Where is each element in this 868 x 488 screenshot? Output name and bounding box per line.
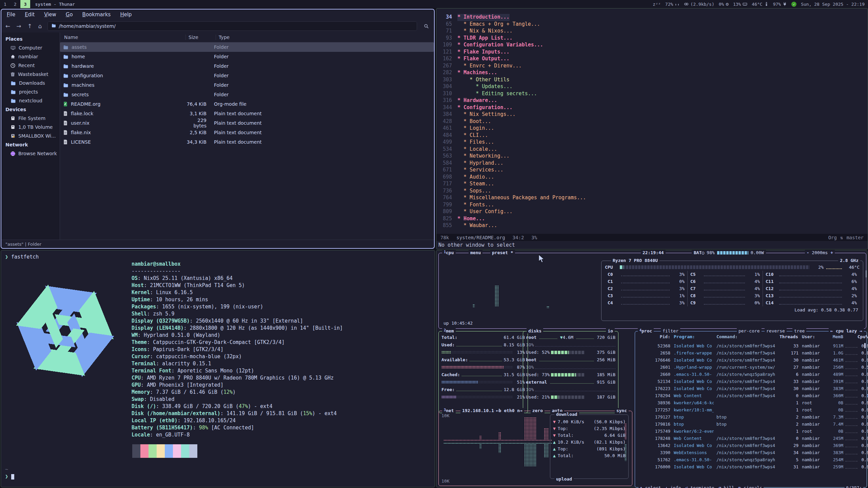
status-module-3[interactable]: 0%⚙ (719, 1, 729, 7)
process-row[interactable]: 176646Isolated Web Co/nix/store/sm8fmrf3… (638, 357, 864, 364)
tab-mem[interactable]: 2mem (442, 328, 456, 333)
header-user[interactable]: User: (802, 334, 828, 339)
menu-button[interactable]: menu (469, 250, 482, 255)
search-button[interactable] (422, 24, 430, 29)
column-header-name[interactable]: Name (60, 35, 185, 40)
workspace-button-2[interactable]: 2 (10, 0, 20, 8)
filter-button[interactable]: filter (661, 328, 680, 333)
tab-net[interactable]: 3net (442, 408, 456, 413)
tab-io[interactable]: io (606, 328, 615, 333)
sidebar-item-computer[interactable]: Computer (1, 43, 60, 52)
header-mem[interactable]: MemB (828, 334, 843, 339)
status-module-1[interactable]: 72% (665, 2, 679, 7)
scrollbar-thumb[interactable] (864, 343, 866, 348)
status-module-5[interactable]: 46°C (752, 2, 768, 7)
table-row[interactable]: hardware Folder (60, 61, 434, 71)
footer-action-select[interactable]: ↑ select (640, 485, 661, 488)
process-row[interactable]: 176000Isolated Web Co/nix/store/sm8fmrf3… (638, 463, 864, 470)
footer-action-terminate[interactable]: ⏎ terminate (685, 485, 714, 488)
process-row[interactable]: 52134Isolated Web Co/nix/store/sm8fmrf3w… (638, 378, 864, 385)
net-tab-2[interactable]: zero (531, 408, 545, 413)
process-row[interactable]: 2601.Hyprland-wrapp/run/current-system/s… (638, 364, 864, 371)
process-row[interactable]: 2658.firefox-wrappe/nix/store/sm8fmrf3wp… (638, 349, 864, 357)
status-module-2[interactable]: (2.9kb/s) (684, 2, 714, 7)
table-row[interactable]: flake.nix 2,5 KiB Plain text document (60, 128, 434, 137)
org-buffer[interactable]: 34* Introduction...65 * Emacs + Org + Ta… (436, 8, 868, 234)
process-row[interactable]: 3390WebExtensions/nix/store/sm8fmrf3wps4… (638, 449, 864, 456)
footer-action-info[interactable]: ↓ info (665, 485, 681, 488)
table-row[interactable]: machines Folder (60, 80, 434, 90)
header-program[interactable]: Program: (674, 334, 714, 339)
net-tab-3[interactable]: ←b eth0 n→ (494, 408, 524, 413)
status-module-7[interactable]: ✓ (791, 2, 796, 7)
sidebar-item-file-system[interactable]: File System (1, 114, 60, 123)
menu-edit[interactable]: Edit (25, 12, 35, 18)
sidebar-item-nextcloud[interactable]: nextcloud (1, 96, 60, 105)
table-row[interactable]: LICENSE 34,3 KiB Plain text document (60, 137, 434, 147)
tab-proc[interactable]: 4proc (638, 328, 654, 333)
option-tree[interactable]: tree (792, 328, 806, 333)
header-threads[interactable]: Threads: (780, 334, 798, 339)
preset-button[interactable]: preset * (490, 250, 515, 255)
process-row[interactable]: 13642Isolated Web Co/nix/store/sm8fmrf3w… (638, 442, 864, 449)
header-cpu[interactable]: Cpu% ↑ (857, 334, 868, 339)
footer-action-signals[interactable]: ⌦ signals (738, 485, 762, 488)
process-row[interactable]: 175749kworker/6:2-even1root0B0.0 (638, 428, 864, 435)
process-row[interactable]: 178248Web Content/nix/store/sm8fmrf3wps4… (638, 435, 864, 442)
process-row[interactable]: 51762.emacs-31.0.50-/nix/store/wnqz5pa8r… (638, 456, 864, 463)
status-module-4[interactable]: 13% (733, 2, 747, 7)
menu-bookmarks[interactable]: Bookmarks (82, 12, 111, 18)
option-per-core[interactable]: per-core (737, 328, 762, 333)
sidebar-item-nambiar[interactable]: nambiar (1, 52, 60, 61)
sidebar-item-browse-network[interactable]: Browse Network (1, 149, 60, 158)
menu-file[interactable]: File (7, 12, 15, 18)
sidebar-item-wastebasket[interactable]: Wastebasket (1, 70, 60, 79)
table-row[interactable]: flake.lock 3,1 KiB Plain text document (60, 109, 434, 118)
table-row[interactable]: secrets Folder (60, 90, 434, 99)
sidebar-item-projects[interactable]: projects (1, 87, 60, 96)
up-button[interactable]: ↑ (27, 23, 32, 29)
table-row[interactable]: user.nix 229 bytes Plain text document (60, 118, 434, 128)
menu-help[interactable]: Help (120, 12, 132, 18)
process-row[interactable]: 38936kworker/u64:6-kc1root0B0.0 (638, 399, 864, 406)
sidebar-item-downloads[interactable]: Downloads (1, 79, 60, 87)
table-row[interactable]: home Folder (60, 52, 434, 61)
tab-disks[interactable]: disks (527, 328, 543, 333)
process-row[interactable]: 176223Isolated Web Co/nix/store/sm8fmrf3… (638, 385, 864, 392)
net-tab-0[interactable]: sync (615, 408, 629, 413)
process-row[interactable]: 2660.emacs-31.0.50-/nix/store/wnqz5pa8ra… (638, 371, 864, 378)
back-button[interactable]: ← (5, 23, 10, 29)
path-bar[interactable]: /home/nambiar/system/ (47, 21, 417, 31)
workspace-button-1[interactable]: 1 (0, 0, 10, 8)
process-row[interactable]: 178294Web Content/nix/store/sm8fmrf3wps4… (638, 392, 864, 399)
terminal-window[interactable]: ❯ fastfetch nambiar@smallbox------------… (1, 250, 435, 487)
table-row[interactable]: README.org 76,4 KiB Org-mode file (60, 99, 434, 109)
status-module-0[interactable]: zᶻᶻ (653, 2, 660, 7)
table-row[interactable]: assets Folder (60, 42, 434, 52)
workspace-button-3[interactable]: 3 (20, 0, 31, 8)
menu-view[interactable]: View (44, 12, 56, 18)
sidebar-item-smallbox-wi-[interactable]: SMALLBOX Wi... (1, 131, 60, 140)
forward-button[interactable]: → (16, 23, 21, 29)
header-pid[interactable]: Pid: (638, 334, 670, 339)
process-row[interactable]: 177257kworker/10:1-mm_1root0B0.0 (638, 406, 864, 413)
footer-action-kill[interactable]: ⌫ kill (718, 485, 734, 488)
mem-entry-label-row: Cached:31.5 GiB (441, 372, 525, 377)
column-header-type[interactable]: Type (216, 35, 434, 40)
option-reverse[interactable]: reverse (765, 328, 787, 333)
header-command[interactable]: Command: (716, 334, 780, 339)
status-module-8[interactable]: Sun, 28 Sep 2025 - 22:19 (801, 2, 865, 7)
menu-go[interactable]: Go (66, 12, 73, 18)
sidebar-item-1-0-tb-volume[interactable]: 1,0 TB Volume (1, 123, 60, 131)
tab-cpu[interactable]: 1cpu (442, 250, 456, 255)
table-row[interactable]: configuration Folder (60, 71, 434, 80)
home-button[interactable]: ⌂ (38, 23, 42, 29)
sidebar-item-recent[interactable]: Recent (1, 61, 60, 70)
process-row[interactable]: 52368Isolated Web Co/nix/store/sm8fmrf3w… (638, 342, 864, 349)
sort-selector[interactable]: ← cpu lazy → (829, 328, 864, 333)
process-row[interactable]: 179127btopbtop2nambiar7.3M0.0 (638, 413, 864, 421)
column-header-size[interactable]: Size (185, 35, 211, 40)
status-module-6[interactable]: 97% (773, 2, 787, 7)
process-row[interactable]: 179816btopbtop2nambiar7.4M0.0 (638, 421, 864, 428)
update-interval[interactable]: - 2000ms + (805, 250, 835, 255)
